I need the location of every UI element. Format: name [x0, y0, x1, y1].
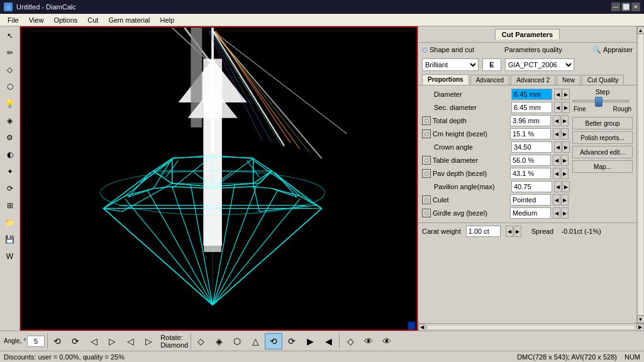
tool-tilt-left[interactable]: ◁ [121, 333, 139, 349]
girdle-value[interactable] [510, 207, 551, 219]
pavilion-angle-right-arrow[interactable]: ▶ [562, 181, 570, 192]
table-diameter-value[interactable] [510, 155, 551, 166]
diameter-value[interactable] [511, 89, 552, 100]
girdle-left-arrow[interactable]: ◀ [553, 207, 560, 219]
table-diameter-right-arrow[interactable]: ▶ [561, 155, 569, 166]
total-depth-value[interactable] [510, 115, 551, 126]
tool-grid[interactable]: ⊞ [2, 197, 18, 214]
menu-file[interactable]: File [3, 15, 24, 25]
tool-select[interactable]: ↖ [2, 28, 18, 44]
tool-light[interactable]: 💡 [2, 96, 18, 112]
tool-gem[interactable]: ◈ [2, 112, 18, 129]
scroll-up-arrow[interactable]: ▲ [637, 26, 645, 34]
tool-halftone[interactable]: ◐ [2, 146, 18, 163]
tab-cut-quality[interactable]: Cut Quality [582, 75, 624, 85]
scroll-track[interactable] [638, 34, 644, 315]
tool-hex[interactable]: ⬡ [228, 333, 246, 349]
tool-diamond[interactable]: ◇ [2, 62, 18, 78]
tool-pan-left[interactable]: ◁ [85, 333, 103, 349]
h-scroll-track[interactable] [427, 325, 635, 330]
tool-reset[interactable]: ⟲ [48, 333, 66, 349]
advanced-edit-button[interactable]: Advanced edit... [572, 146, 633, 158]
pav-depth-right-arrow[interactable]: ▶ [561, 168, 569, 179]
tool-back[interactable]: ◀ [319, 333, 337, 349]
sec-diameter-left-arrow[interactable]: ◀ [554, 102, 562, 113]
tool-facet[interactable]: ◈ [210, 333, 228, 349]
total-depth-left-arrow[interactable]: ◀ [553, 115, 560, 126]
tool-sparkle[interactable]: ✦ [2, 163, 18, 180]
girdle-right-arrow[interactable]: ▶ [561, 207, 569, 219]
tool-save[interactable]: 💾 [2, 231, 18, 248]
tab-proportions[interactable]: Proportions [422, 74, 469, 85]
appraiser-select[interactable]: GIA_PCT_2006 [505, 58, 574, 71]
pavilion-angle-left-arrow[interactable]: ◀ [554, 181, 562, 192]
scroll-right-arrow[interactable]: ▶ [636, 324, 644, 331]
tool-rotate-ccw[interactable]: ⟲ [265, 333, 282, 349]
tool-rotate[interactable]: ⟳ [2, 180, 18, 197]
culet-value[interactable] [510, 194, 551, 206]
diameter-left-arrow[interactable]: ◀ [554, 89, 562, 100]
polish-reports-button[interactable]: Polish reports... [572, 131, 633, 144]
tool-word[interactable]: W [2, 248, 18, 265]
table-diameter-left-arrow[interactable]: ◀ [553, 155, 560, 166]
rotate-text: Rotate: [160, 334, 188, 341]
horizontal-scrollbar[interactable]: ◀ ▶ [418, 323, 644, 331]
map-button[interactable]: Map... [572, 160, 633, 173]
tool-eye1[interactable]: 👁 [360, 333, 377, 349]
tool-eye2[interactable]: 👁 [378, 333, 396, 349]
tool-polygon[interactable]: ⬡ [2, 79, 18, 95]
tab-new[interactable]: New [557, 75, 580, 85]
crown-angle-left-arrow[interactable]: ◀ [554, 141, 562, 153]
tool-diamond-view[interactable]: ◇ [192, 333, 209, 349]
carat-right-arrow[interactable]: ▶ [514, 226, 521, 237]
tool-pan-right[interactable]: ▷ [103, 333, 121, 349]
pav-depth-left-arrow[interactable]: ◀ [553, 168, 560, 179]
tool-gem2[interactable]: ◇ [341, 333, 359, 349]
menu-view[interactable]: View [24, 15, 49, 25]
quality-slider-thumb[interactable] [595, 97, 602, 107]
pavilion-angle-value[interactable] [511, 181, 552, 192]
tool-open[interactable]: 📁 [2, 214, 18, 231]
crown-angle-value[interactable] [511, 141, 552, 153]
culet-left-arrow[interactable]: ◀ [553, 194, 560, 206]
cm-height-right-arrow[interactable]: ▶ [561, 128, 569, 140]
culet-right-arrow[interactable]: ▶ [561, 194, 569, 206]
menu-gem-material[interactable]: Gem material [103, 15, 155, 25]
carat-left-arrow[interactable]: ◀ [506, 226, 513, 237]
step-label: Step [572, 88, 633, 96]
maximize-button[interactable]: ⬜ [621, 3, 630, 11]
tab-advanced2[interactable]: Advanced 2 [511, 75, 555, 85]
minimize-button[interactable]: — [611, 3, 620, 11]
better-group-button[interactable]: Better group [572, 117, 633, 129]
total-depth-right-arrow[interactable]: ▶ [561, 115, 569, 126]
carat-weight-input[interactable] [466, 226, 501, 237]
sec-diameter-right-arrow[interactable]: ▶ [562, 102, 570, 113]
menu-cut[interactable]: Cut [82, 15, 103, 25]
scroll-down-arrow[interactable]: ▼ [637, 315, 645, 323]
tool-draw[interactable]: ✏ [2, 45, 18, 61]
diameter-right-arrow[interactable]: ▶ [562, 89, 570, 100]
tool-tilt-right[interactable]: ▷ [140, 333, 157, 349]
canvas-area[interactable] [20, 26, 418, 331]
close-button[interactable]: ✕ [631, 3, 640, 11]
menu-options[interactable]: Options [48, 15, 82, 25]
tab-advanced[interactable]: Advanced [470, 75, 509, 85]
tool-play[interactable]: ▶ [301, 333, 319, 349]
scroll-left-arrow[interactable]: ◀ [418, 324, 426, 331]
pav-depth-value[interactable] [510, 168, 551, 179]
tool-triangle[interactable]: △ [247, 333, 264, 349]
cm-height-left-arrow[interactable]: ◀ [553, 128, 560, 140]
cm-height-icon: ⬡ [422, 129, 431, 138]
tool-settings[interactable]: ⚙ [2, 129, 18, 146]
cm-height-value[interactable] [510, 128, 551, 140]
tool-reset-right[interactable]: ⟳ [67, 333, 84, 349]
crown-angle-right-arrow[interactable]: ▶ [562, 141, 570, 153]
cut-params-tab[interactable]: Cut Parameters [495, 29, 560, 40]
tool-rotate-cw[interactable]: ⟳ [283, 333, 301, 349]
cut-shape-select[interactable]: Brilliant [422, 58, 479, 71]
angle-input[interactable] [27, 336, 45, 347]
sec-diameter-value[interactable] [511, 102, 552, 113]
quality-slider-track[interactable] [572, 100, 629, 102]
menu-help[interactable]: Help [155, 15, 179, 25]
grade-input[interactable]: E [482, 58, 501, 71]
